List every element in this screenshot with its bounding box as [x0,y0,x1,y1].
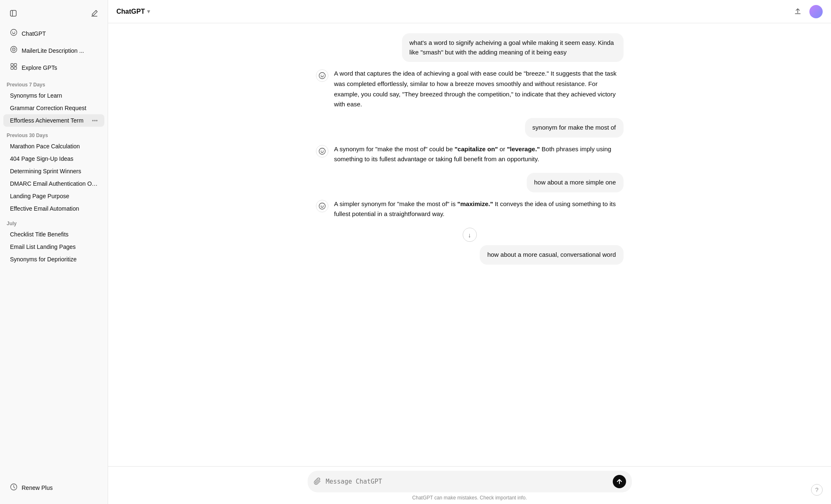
user-message-3-text: how about a more simple one [527,173,624,192]
chatgpt-icon [10,29,17,38]
svg-point-7 [13,49,14,50]
chatgpt-title-label: ChatGPT [116,8,145,15]
help-icon: ? [815,487,819,493]
scroll-down-icon: ↓ [468,231,471,238]
user-message-1-text: what's a word to signify acheiving a goa… [402,33,624,62]
svg-point-21 [323,205,323,206]
sidebar-bottom: Renew Plus [0,476,108,499]
chat-area: what's a word to signify acheiving a goa… [108,23,831,466]
svg-point-13 [319,73,325,79]
chat-checklist-title[interactable]: Checklist Title Benefits [3,228,104,241]
assistant-icon-1 [316,69,328,82]
user-message-2-text: synonym for make the most of [525,118,624,138]
renew-icon [10,483,17,492]
section-prev30: Previous 30 Days [0,127,108,140]
svg-point-2 [11,30,17,36]
assistant-message-3-text: A simpler synonym for "make the most of"… [334,199,624,220]
attach-button[interactable] [313,477,322,486]
sidebar-top-controls [0,5,108,25]
sidebar-item-explore-label: Explore GPTs [22,64,57,71]
svg-point-15 [323,75,323,76]
chat-404-signup[interactable]: 404 Page Sign-Up Ideas [3,152,104,165]
chat-marathon-pace[interactable]: Marathon Pace Calculation [3,140,104,152]
svg-rect-0 [10,10,16,16]
chat-dmarc[interactable]: DMARC Email Authentication Ove [3,177,104,190]
message-input-box [308,471,632,492]
message-input[interactable] [326,478,609,485]
section-july: July [0,215,108,228]
svg-point-16 [319,148,325,154]
chat-landing-page[interactable]: Landing Page Purpose [3,190,104,202]
sidebar-item-mailerlite-label: MailerLite Description ... [22,47,84,54]
chat-synonyms-deprioritize[interactable]: Synonyms for Deprioritize [3,253,104,266]
svg-point-3 [12,32,13,32]
assistant-icon-3 [316,200,328,212]
chat-sprint-winners[interactable]: Determining Sprint Winners [3,165,104,177]
partial-user-text: how about a more casual, conversational … [480,245,623,265]
user-message-3: how about a more simple one [316,173,624,192]
chat-email-automation[interactable]: Effective Email Automation [3,202,104,215]
share-button[interactable] [791,5,804,18]
input-area: ChatGPT can make mistakes. Check importa… [108,466,831,504]
partial-user-message: how about a more casual, conversational … [316,245,624,265]
assistant-message-2-text: A synonym for "make the most of" could b… [334,144,624,165]
sidebar: ChatGPT MailerLite Description ... Explo… [0,0,108,504]
scroll-down-wrapper: ↓ [316,228,624,242]
renew-label: Renew Plus [22,484,53,491]
chat-grammar-correction[interactable]: Grammar Correction Request [3,102,104,114]
chat-container: what's a word to signify acheiving a goa… [308,33,632,271]
chat-effortless-term[interactable]: Effortless Achievement Term ••• [3,114,104,127]
sidebar-item-chatgpt[interactable]: ChatGPT [3,25,104,42]
assistant-icon-2 [316,145,328,157]
assistant-message-2: A synonym for "make the most of" could b… [316,144,624,165]
svg-point-17 [321,150,321,151]
svg-rect-8 [11,64,13,66]
user-message-2: synonym for make the most of [316,118,624,138]
header-title[interactable]: ChatGPT ▾ [116,8,150,15]
user-avatar[interactable] [809,5,823,18]
disclaimer-text: ChatGPT can make mistakes. Check importa… [412,495,527,501]
section-prev7: Previous 7 Days [0,76,108,89]
chat-email-landing[interactable]: Email List Landing Pages [3,241,104,253]
title-chevron-icon: ▾ [147,8,150,15]
svg-point-14 [321,75,321,76]
main-panel: ChatGPT ▾ what's a word to signify achei… [108,0,831,504]
help-button[interactable]: ? [811,484,823,496]
scroll-down-button[interactable]: ↓ [463,228,477,242]
svg-rect-9 [14,64,17,66]
svg-point-20 [321,205,321,206]
svg-rect-10 [11,67,13,69]
sidebar-toggle-button[interactable] [7,7,20,20]
renew-plus-button[interactable]: Renew Plus [3,479,104,496]
sidebar-item-explore[interactable]: Explore GPTs [3,59,104,76]
svg-point-18 [323,150,323,151]
svg-point-19 [319,203,325,209]
assistant-message-1: A word that captures the idea of achievi… [316,69,624,110]
chat-synonyms-learn[interactable]: Synonyms for Learn [3,89,104,102]
new-chat-button[interactable] [88,7,101,20]
sidebar-item-chatgpt-label: ChatGPT [22,30,46,37]
svg-rect-11 [14,67,17,69]
svg-point-4 [15,32,15,32]
user-message-1: what's a word to signify acheiving a goa… [316,33,624,62]
assistant-message-3: A simpler synonym for "make the most of"… [316,199,624,220]
assistant-message-1-text: A word that captures the idea of achievi… [334,69,624,110]
send-button[interactable] [613,475,626,488]
header-right [791,5,823,18]
header: ChatGPT ▾ [108,0,831,23]
mailerlite-icon [10,46,17,55]
more-options-button[interactable]: ••• [92,118,98,124]
sidebar-item-mailerlite[interactable]: MailerLite Description ... [3,42,104,59]
explore-icon [10,63,17,72]
